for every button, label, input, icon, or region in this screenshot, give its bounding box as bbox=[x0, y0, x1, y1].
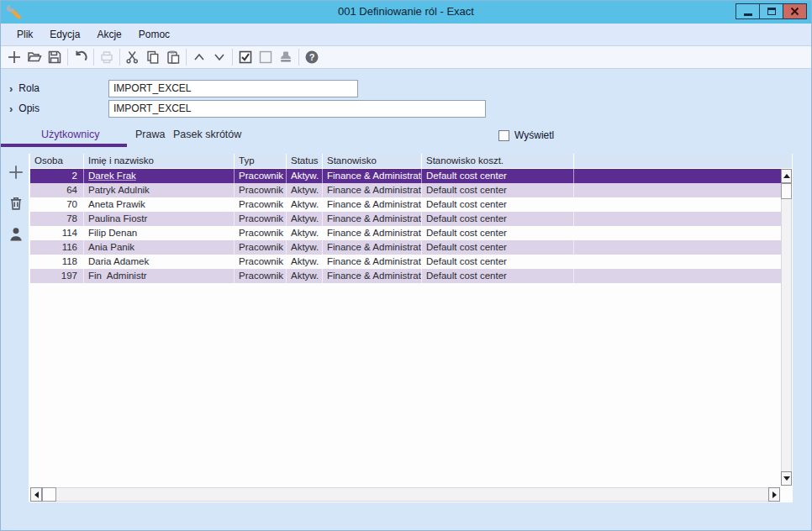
table-row[interactable]: 70Aneta PrawikPracownikAktyw.Finance & A… bbox=[30, 197, 781, 212]
open-folder-icon bbox=[27, 50, 42, 65]
menu-akcje[interactable]: Akcje bbox=[88, 25, 129, 44]
table-cell: Aktyw. bbox=[287, 226, 323, 240]
table-cell: 114 bbox=[30, 226, 84, 240]
rola-input[interactable] bbox=[108, 80, 358, 97]
table-row[interactable]: 64Patryk AdulnikPracownikAktyw.Finance &… bbox=[30, 183, 781, 197]
column-header[interactable]: Stanowisko bbox=[323, 154, 422, 168]
table-cell: Darek Frak bbox=[84, 169, 235, 183]
column-header[interactable]: Osoba bbox=[30, 154, 84, 168]
copy-icon bbox=[145, 50, 161, 65]
table-cell: Aktyw. bbox=[287, 240, 323, 255]
opis-input[interactable] bbox=[108, 100, 486, 118]
maximize-button[interactable] bbox=[759, 3, 783, 19]
triangle-left-icon bbox=[34, 492, 39, 498]
table-cell: 197 bbox=[30, 269, 84, 283]
copy-button[interactable] bbox=[143, 47, 163, 67]
table-row[interactable]: 114Filip DenanPracownikAktyw.Finance & A… bbox=[30, 226, 781, 240]
move-down-button[interactable] bbox=[209, 47, 229, 67]
table-cell: Pracownik bbox=[235, 255, 287, 269]
horizontal-scroll-thumb[interactable] bbox=[42, 487, 56, 502]
table-cell: Default cost center bbox=[422, 255, 574, 269]
menu-pomoc[interactable]: Pomoc bbox=[130, 25, 178, 44]
triangle-up-icon bbox=[783, 174, 790, 178]
table-cell: Ania Panik bbox=[84, 240, 235, 255]
table-cell: Finance & Administratio bbox=[323, 255, 422, 269]
print-button[interactable] bbox=[97, 47, 117, 67]
tab-uzytkownicy[interactable]: Użytkownicy bbox=[41, 129, 99, 140]
column-header[interactable]: Status bbox=[287, 154, 323, 168]
vertical-scroll-thumb[interactable] bbox=[781, 183, 792, 199]
add-user-button[interactable] bbox=[8, 164, 24, 181]
delete-user-button[interactable] bbox=[8, 195, 24, 212]
table-row[interactable]: 197Fin AdministrPracownikAktyw.Finance &… bbox=[30, 269, 781, 283]
rola-label-text: Rola bbox=[18, 82, 40, 94]
column-header[interactable]: Typ bbox=[235, 154, 287, 168]
vertical-scrollbar[interactable] bbox=[781, 169, 792, 486]
help-icon: ? bbox=[304, 50, 319, 65]
uncheck-all-button[interactable] bbox=[256, 47, 276, 67]
paste-button[interactable] bbox=[163, 47, 183, 67]
toolbar-separator bbox=[298, 49, 299, 66]
cut-button[interactable] bbox=[123, 47, 143, 67]
table-cell: Default cost center bbox=[422, 269, 574, 283]
table-cell: Aktyw. bbox=[287, 197, 323, 212]
table-row[interactable]: 78Paulina FiostrPracownikAktyw.Finance &… bbox=[30, 212, 781, 226]
open-button[interactable] bbox=[24, 47, 45, 67]
table-cell: Finance & Administratio bbox=[323, 240, 422, 255]
table-cell: Finance & Administratio bbox=[323, 183, 422, 197]
table-cell: Patryk Adulnik bbox=[84, 183, 235, 197]
save-button[interactable] bbox=[45, 47, 65, 67]
help-button[interactable]: ? bbox=[302, 47, 322, 67]
close-button[interactable] bbox=[783, 3, 807, 19]
column-header[interactable] bbox=[574, 154, 781, 168]
triangle-down-icon bbox=[783, 476, 790, 481]
table-cell bbox=[574, 269, 781, 283]
scroll-right-button[interactable] bbox=[768, 487, 780, 502]
table-row[interactable]: 2Darek FrakPracownikAktyw.Finance & Admi… bbox=[30, 169, 781, 183]
scroll-up-button[interactable] bbox=[781, 169, 792, 183]
scroll-left-button[interactable] bbox=[30, 487, 42, 502]
table-row[interactable]: 118Daria AdamekPracownikAktyw.Finance & … bbox=[30, 255, 781, 269]
table-cell: Pracownik bbox=[235, 240, 287, 255]
paste-icon bbox=[166, 50, 181, 65]
tab-prawa[interactable]: Prawa bbox=[135, 129, 165, 140]
table-cell: Pracownik bbox=[235, 212, 287, 226]
add-button[interactable] bbox=[4, 47, 24, 67]
menu-edycja[interactable]: Edycja bbox=[41, 25, 88, 44]
side-action-bar bbox=[8, 164, 26, 257]
undo-icon bbox=[73, 50, 88, 65]
table-cell bbox=[574, 197, 781, 212]
table-cell: Paulina Fiostr bbox=[84, 212, 235, 226]
save-icon bbox=[47, 50, 62, 65]
move-up-button[interactable] bbox=[189, 47, 209, 67]
stamp-button[interactable] bbox=[276, 47, 296, 67]
undo-button[interactable] bbox=[71, 47, 91, 67]
toolbar-separator bbox=[67, 49, 68, 66]
table-cell: Default cost center bbox=[422, 183, 574, 197]
table-cell: 64 bbox=[30, 183, 84, 197]
chevron-up-icon bbox=[192, 50, 207, 65]
table-cell: Pracownik bbox=[235, 269, 287, 283]
minimize-button[interactable] bbox=[736, 3, 760, 19]
table-cell: Default cost center bbox=[422, 197, 574, 212]
user-icon[interactable] bbox=[8, 226, 24, 243]
opis-label-text: Opis bbox=[18, 103, 40, 114]
table-cell: 2 bbox=[30, 169, 84, 183]
rola-label: › Rola bbox=[9, 82, 40, 95]
column-header[interactable]: Stanowisko koszt. bbox=[422, 154, 574, 168]
empty-checkbox-icon bbox=[258, 50, 273, 65]
table-cell: 118 bbox=[30, 255, 84, 269]
scroll-down-button[interactable] bbox=[781, 471, 792, 486]
tab-bar: Użytkownicy Prawa Pasek skrótów bbox=[1, 125, 811, 147]
table-cell bbox=[574, 169, 781, 183]
tab-pasek-skrotow[interactable]: Pasek skrótów bbox=[173, 129, 241, 140]
table-cell: Daria Adamek bbox=[84, 255, 235, 269]
toolbar-separator bbox=[93, 49, 94, 66]
table-cell bbox=[574, 255, 781, 269]
column-header[interactable]: Imię i nazwisko bbox=[84, 154, 235, 168]
menu-plik[interactable]: Plik bbox=[8, 25, 41, 44]
check-all-button[interactable] bbox=[235, 47, 256, 67]
horizontal-scrollbar[interactable] bbox=[30, 487, 780, 502]
table-cell: Aktyw. bbox=[287, 183, 323, 197]
table-row[interactable]: 116Ania PanikPracownikAktyw.Finance & Ad… bbox=[30, 240, 781, 255]
